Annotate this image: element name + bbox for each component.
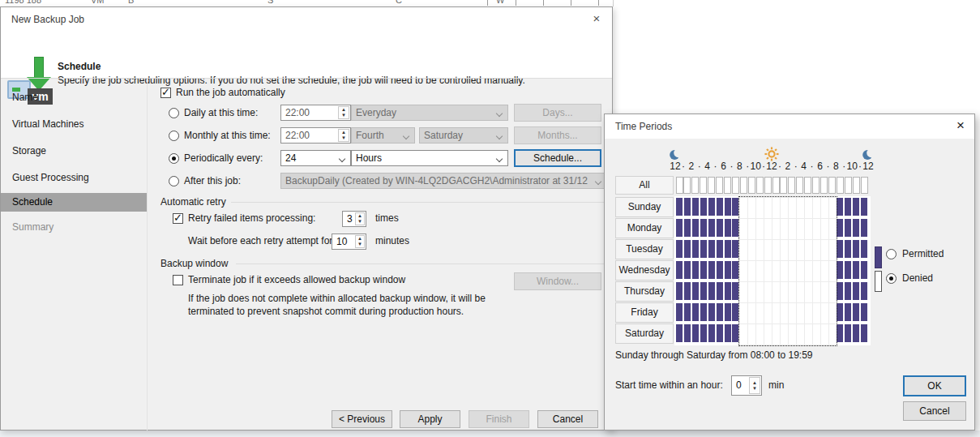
after-job-radio[interactable] [169,176,179,186]
previous-button[interactable]: < Previous [332,410,392,428]
start-time-spinner[interactable]: ▲▼ [749,377,760,394]
schedule-cell-permitted[interactable] [700,240,707,258]
periodically-unit-dropdown[interactable]: Hours [351,150,508,166]
schedule-cell-permitted[interactable] [725,219,731,237]
schedule-cell-permitted[interactable] [845,240,851,258]
schedule-cell-permitted[interactable] [725,324,731,342]
schedule-cell-permitted[interactable] [725,198,731,216]
tp-cancel-button[interactable]: Cancel [903,401,966,421]
schedule-cell-permitted[interactable] [692,303,699,321]
denied-radio[interactable] [886,273,897,284]
hour-column-header[interactable] [756,177,764,194]
schedule-cell-permitted[interactable] [700,282,707,300]
hour-column-header[interactable] [764,177,772,194]
schedule-cell-permitted[interactable] [837,282,843,300]
schedule-cell-permitted[interactable] [708,324,715,342]
schedule-cell-permitted[interactable] [676,198,683,216]
hour-column-header[interactable] [853,177,860,194]
schedule-cell-permitted[interactable] [684,198,691,216]
wait-minutes-spinner[interactable]: ▲▼ [355,235,365,248]
cancel-button[interactable]: Cancel [537,410,598,428]
schedule-cell-permitted[interactable] [700,219,707,237]
schedule-cell-permitted[interactable] [861,324,867,342]
wizard-titlebar[interactable]: New Backup Job × [1,7,612,32]
terminate-checkbox[interactable] [173,275,183,285]
schedule-cell-permitted[interactable] [700,324,707,342]
time-periods-close-icon[interactable]: × [953,118,968,133]
hour-column-header[interactable] [837,177,844,194]
start-time-input[interactable]: 0 ▲▼ [731,375,762,396]
schedule-cell-permitted[interactable] [684,240,691,258]
schedule-cell-permitted[interactable] [684,282,691,300]
spinner-up-icon[interactable]: ▲ [752,380,757,386]
schedule-cell-permitted[interactable] [717,240,723,258]
schedule-cell-permitted[interactable] [708,261,715,279]
grid-row-sunday[interactable]: Sunday [615,197,674,217]
schedule-cell-permitted[interactable] [725,240,731,258]
schedule-cell-permitted[interactable] [717,198,723,216]
schedule-cell-permitted[interactable] [861,240,867,258]
schedule-cell-permitted[interactable] [708,219,715,237]
hour-column-header[interactable] [828,177,836,194]
schedule-cell-permitted[interactable] [725,303,731,321]
schedule-cell-permitted[interactable] [837,198,843,216]
grid-row-wednesday[interactable]: Wednesday [615,260,674,281]
schedule-cell-permitted[interactable] [845,261,851,279]
periodically-value-dropdown[interactable]: 24 [280,150,351,166]
schedule-cell-permitted[interactable] [853,219,859,237]
schedule-cell-permitted[interactable] [684,303,691,321]
schedule-cell-permitted[interactable] [700,261,707,279]
periodically-radio[interactable] [169,153,179,164]
schedule-cell-permitted[interactable] [861,219,867,237]
grid-row-monday[interactable]: Monday [615,218,674,238]
hour-column-header[interactable] [845,177,852,194]
sidebar-item-virtual-machines[interactable]: Virtual Machines [12,118,84,130]
sidebar-item-schedule[interactable]: Schedule [1,193,147,212]
schedule-cell-permitted[interactable] [684,219,691,237]
schedule-cell-permitted[interactable] [708,240,715,258]
spinner-down-icon[interactable]: ▼ [357,219,362,225]
monthly-time-spinner[interactable]: ▲▼ [338,129,349,142]
schedule-cell-permitted[interactable] [853,198,859,216]
hour-column-header[interactable] [740,177,747,194]
retry-count-spinner[interactable]: ▲▼ [355,212,365,225]
hour-column-header[interactable] [788,177,795,194]
schedule-cell-permitted[interactable] [692,324,699,342]
schedule-cell-permitted[interactable] [700,303,707,321]
schedule-cell-permitted[interactable] [717,219,723,237]
spinner-up-icon[interactable]: ▲ [341,107,346,113]
schedule-cell-permitted[interactable] [692,198,699,216]
schedule-cell-permitted[interactable] [853,324,859,342]
schedule-cell-permitted[interactable] [861,261,867,279]
schedule-cell-permitted[interactable] [717,261,723,279]
retry-count-input[interactable]: 3 ▲▼ [342,211,366,227]
hour-column-header[interactable] [772,177,780,194]
schedule-cell-permitted[interactable] [853,261,859,279]
hour-column-header[interactable] [724,177,731,194]
schedule-cell-permitted[interactable] [845,324,851,342]
schedule-cell-permitted[interactable] [861,303,867,321]
monthly-time-input[interactable]: 22:00 ▲▼ [280,127,351,144]
schedule-button[interactable]: Schedule... [514,149,601,167]
permitted-radio[interactable] [886,249,897,259]
schedule-cell-permitted[interactable] [676,282,683,300]
monthly-radio[interactable] [169,131,179,141]
wait-minutes-input[interactable]: 10 ▲▼ [332,233,366,250]
schedule-cell-permitted[interactable] [853,240,859,258]
hour-column-header[interactable] [780,177,787,194]
schedule-cell-permitted[interactable] [845,219,851,237]
hour-column-header[interactable] [812,177,820,194]
daily-time-input[interactable]: 22:00 ▲▼ [280,105,351,121]
schedule-cell-permitted[interactable] [684,324,691,342]
spinner-up-icon[interactable]: ▲ [357,213,362,219]
hour-column-header[interactable] [691,177,699,194]
schedule-cell-permitted[interactable] [717,282,723,300]
schedule-cell-permitted[interactable] [708,303,715,321]
schedule-cell-permitted[interactable] [845,303,851,321]
schedule-cell-permitted[interactable] [837,324,843,342]
schedule-cell-permitted[interactable] [845,282,851,300]
spinner-down-icon[interactable]: ▼ [752,386,757,392]
schedule-cell-permitted[interactable] [717,324,723,342]
retry-checkbox[interactable]: ✓ [173,213,183,224]
schedule-cell-permitted[interactable] [853,282,859,300]
